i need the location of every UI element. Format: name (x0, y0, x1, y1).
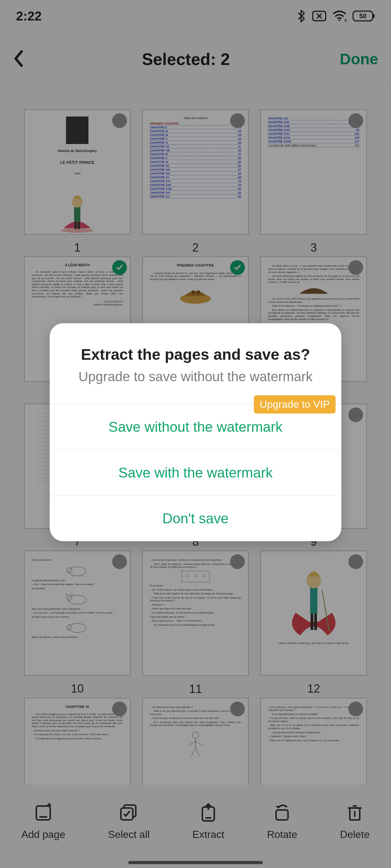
dialog-title: Extract the pages and save as? (50, 323, 341, 368)
save-without-watermark-option[interactable]: Upgrade to VIP Save without the watermar… (50, 404, 341, 450)
extract-dialog: Extract the pages and save as? Upgrade t… (50, 323, 341, 541)
vip-badge: Upgrade to VIP (254, 395, 336, 413)
dont-save-option[interactable]: Don't save (50, 495, 341, 541)
save-with-watermark-option[interactable]: Save with the watermark (50, 450, 341, 495)
